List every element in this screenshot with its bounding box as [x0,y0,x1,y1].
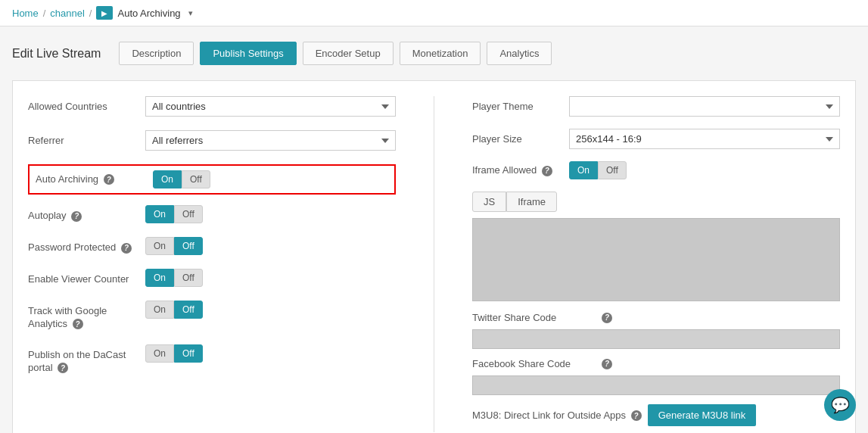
autoplay-on-btn[interactable]: On [145,205,174,223]
twitter-share-label: Twitter Share Code [472,312,593,323]
main-content: Edit Live Stream Description Publish Set… [0,26,868,433]
twitter-share-help-icon[interactable]: ? [602,313,612,323]
auto-archiving-toggle: On Off [153,170,210,188]
player-theme-label: Player Theme [472,101,563,112]
viewer-counter-row: Enable Viewer Counter On Off [28,269,396,287]
page-header: Edit Live Stream Description Publish Set… [12,42,856,65]
google-analytics-label: Track with Google Analytics ? [28,301,145,331]
allowed-countries-select[interactable]: All countries United States United Kingd… [145,96,396,117]
viewer-counter-toggle: On Off [145,269,203,287]
iframe-allowed-help-icon[interactable]: ? [542,166,552,176]
play-icon: ▶ [96,6,113,20]
breadcrumb-home[interactable]: Home [12,8,39,19]
embed-tab-iframe[interactable]: Iframe [506,192,557,212]
auto-archiving-on-btn[interactable]: On [153,170,182,188]
iframe-allowed-label: Iframe Allowed ? [472,164,563,176]
tab-monetization[interactable]: Monetization [400,42,481,65]
tab-analytics[interactable]: Analytics [487,42,552,65]
column-divider [434,96,434,432]
autoplay-label: Autoplay ? [28,205,145,223]
facebook-share-label: Facebook Share Code [472,358,593,369]
generate-m3u8-button[interactable]: Generate M3U8 link [648,404,757,426]
auto-archiving-help-icon[interactable]: ? [104,174,114,185]
allowed-countries-control: All countries United States United Kingd… [145,96,396,117]
m3u8-help-icon[interactable]: ? [631,410,642,421]
right-column: Player Theme Default Dark Light Player S… [472,96,840,432]
embed-tab-js[interactable]: JS [472,192,506,212]
chat-bubble[interactable]: 💬 [824,389,856,421]
breadcrumb-sep-2: / [89,8,92,19]
viewer-counter-label: Enable Viewer Counter [28,269,145,286]
autoplay-row: Autoplay ? On Off [28,205,396,223]
password-protected-label: Password Protected ? [28,237,145,254]
player-theme-select[interactable]: Default Dark Light [569,96,840,117]
facebook-share-input[interactable] [472,375,840,395]
twitter-share-row: Twitter Share Code ? [472,312,840,323]
player-size-row: Player Size 256x144 - 16:9 640x360 - 16:… [472,129,840,149]
breadcrumb-channel[interactable]: channel [50,8,85,19]
google-analytics-toggle: On Off [145,301,203,319]
auto-archiving-off-btn[interactable]: Off [182,170,210,188]
tab-publish-settings[interactable]: Publish Settings [200,42,296,65]
google-analytics-off-btn[interactable]: Off [174,301,203,319]
iframe-allowed-row: Iframe Allowed ? On Off [472,161,840,179]
breadcrumb-bar: Home / channel / ▶ Auto Archiving ▾ [0,0,868,26]
referrer-row: Referrer All referrers Direct Google Fac… [28,130,396,151]
publish-dacast-label: Publish on the DaCast portal ? [28,344,145,375]
player-theme-row: Player Theme Default Dark Light [472,96,840,117]
player-size-control: 256x144 - 16:9 640x360 - 16:9 1280x720 -… [569,129,840,149]
iframe-allowed-toggle: On Off [569,161,627,179]
publish-dacast-off-btn[interactable]: Off [174,344,203,363]
google-analytics-on-btn[interactable]: On [145,301,174,319]
facebook-share-row: Facebook Share Code ? [472,358,840,369]
m3u8-label: M3U8: Direct Link for Outside Apps ? [472,410,642,422]
iframe-allowed-off-btn[interactable]: Off [598,161,627,179]
chat-icon: 💬 [831,396,850,414]
player-size-label: Player Size [472,133,563,145]
autoplay-help-icon[interactable]: ? [71,211,82,222]
referrer-label: Referrer [28,130,145,148]
autoplay-toggle: On Off [145,205,203,223]
password-protected-help-icon[interactable]: ? [121,243,132,254]
page-title: Edit Live Stream [12,47,101,61]
viewer-counter-off-btn[interactable]: Off [174,269,203,287]
referrer-control: All referrers Direct Google Facebook [145,130,396,151]
m3u8-row: M3U8: Direct Link for Outside Apps ? Gen… [472,404,840,426]
embed-tabs: JS Iframe [472,192,840,212]
player-size-select[interactable]: 256x144 - 16:9 640x360 - 16:9 1280x720 -… [569,129,840,149]
publish-dacast-row: Publish on the DaCast portal ? On Off [28,344,396,375]
left-column: Allowed Countries All countries United S… [28,96,396,432]
tab-encoder-setup[interactable]: Encoder Setup [303,42,394,65]
google-analytics-help-icon[interactable]: ? [73,319,83,329]
twitter-share-input[interactable] [472,329,840,349]
player-theme-control: Default Dark Light [569,96,840,117]
breadcrumb-dropdown-icon[interactable]: ▾ [188,8,193,18]
auto-archiving-row: Auto Archiving ? On Off [28,164,396,195]
autoplay-off-btn[interactable]: Off [174,205,203,223]
publish-dacast-help-icon[interactable]: ? [58,363,68,373]
publish-dacast-on-btn[interactable]: On [145,344,174,363]
iframe-allowed-on-btn[interactable]: On [569,161,598,179]
auto-archiving-label: Auto Archiving ? [36,173,153,186]
allowed-countries-label: Allowed Countries [28,96,145,114]
password-protected-toggle: On Off [145,237,203,255]
password-protected-off-btn[interactable]: Off [174,237,203,255]
form-panel: Allowed Countries All countries United S… [12,80,856,433]
referrer-select[interactable]: All referrers Direct Google Facebook [145,130,396,151]
embed-preview [472,218,840,301]
publish-dacast-toggle: On Off [145,344,203,363]
password-protected-on-btn[interactable]: On [145,237,174,255]
tab-description[interactable]: Description [119,42,194,65]
allowed-countries-row: Allowed Countries All countries United S… [28,96,396,117]
breadcrumb-sep-1: / [43,8,46,19]
viewer-counter-on-btn[interactable]: On [145,269,174,287]
google-analytics-row: Track with Google Analytics ? On Off [28,301,396,331]
password-protected-row: Password Protected ? On Off [28,237,396,255]
breadcrumb-current: Auto Archiving [117,8,180,19]
facebook-share-help-icon[interactable]: ? [602,359,612,369]
